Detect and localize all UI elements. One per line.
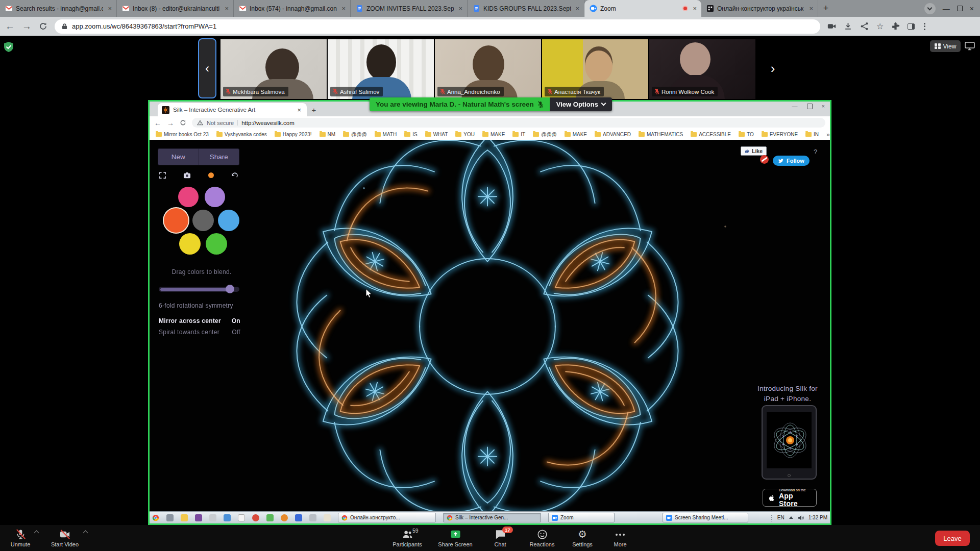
tab-close-icon[interactable]: × <box>223 5 230 12</box>
taskbar-window-button-active[interactable]: Silk – Interactive Gen... <box>443 513 541 522</box>
download-icon[interactable] <box>844 22 852 31</box>
tab-close-icon[interactable]: × <box>296 106 303 114</box>
camera-tab-icon[interactable] <box>827 22 836 31</box>
bookmark-folder[interactable]: Mirror books Oct 23 <box>156 132 209 137</box>
strip-prev-button[interactable]: ‹ <box>198 38 216 98</box>
slider-knob[interactable] <box>226 285 234 293</box>
view-options-button[interactable]: View Options <box>550 97 612 111</box>
participant-video[interactable]: Anna_Andreichenko <box>435 39 541 99</box>
strip-next-button[interactable]: › <box>764 38 782 98</box>
share-icon[interactable] <box>860 22 869 31</box>
folder-icon[interactable] <box>181 514 188 521</box>
bookmark-folder[interactable]: IS <box>404 132 417 137</box>
twitter-follow-button[interactable]: Follow <box>773 156 810 166</box>
side-panel-icon[interactable] <box>908 23 915 30</box>
browser-tab[interactable]: Онлайн-конструктор українськ × <box>701 0 818 17</box>
browser-tab[interactable]: KIDS GROUPS FALL 2023.Septer × <box>468 0 584 17</box>
share-button[interactable]: Share <box>199 148 240 165</box>
bookmark-folder[interactable]: @@@ <box>533 132 556 137</box>
chrome-launcher-icon[interactable] <box>152 514 159 521</box>
extensions-puzzle-icon[interactable] <box>891 22 900 31</box>
chat-button[interactable]: 17 Chat <box>482 527 519 550</box>
app-store-badge[interactable]: Download on the App Store <box>763 489 817 507</box>
color-swatch-purple[interactable] <box>205 187 225 207</box>
tab-close-icon[interactable]: × <box>807 5 815 12</box>
bookmark-folder[interactable]: MATH <box>375 132 397 137</box>
fullscreen-icon[interactable] <box>159 171 166 179</box>
more-button[interactable]: More <box>602 527 638 550</box>
taskbar-icon[interactable] <box>309 514 316 521</box>
color-swatch-pink[interactable] <box>178 187 199 207</box>
reactions-button[interactable]: Reactions <box>522 527 562 550</box>
tab-close-icon[interactable]: × <box>574 5 581 12</box>
color-swatch-gray[interactable] <box>192 210 214 231</box>
symmetry-slider[interactable] <box>159 287 239 292</box>
spiral-toggle[interactable]: Spiral towards center Off <box>159 329 240 336</box>
settings-button[interactable]: ⚙ Settings <box>565 527 600 550</box>
mirror-toggle[interactable]: Mirror across center On <box>159 317 240 324</box>
taskbar-icon[interactable] <box>195 514 202 521</box>
back-button[interactable]: ← <box>154 119 161 127</box>
undo-icon[interactable] <box>231 171 238 179</box>
minimize-button[interactable]: — <box>943 5 950 12</box>
taskbar-icon[interactable] <box>324 514 331 521</box>
bookmark-folder[interactable]: YOU <box>455 132 475 137</box>
bookmark-folder[interactable]: TO <box>739 132 754 137</box>
bookmark-folder[interactable]: @@@ <box>343 132 366 137</box>
tab-close-icon[interactable]: × <box>691 5 698 12</box>
participants-button[interactable]: 59 Participants <box>386 527 429 550</box>
tray-expand-icon[interactable] <box>789 516 793 519</box>
color-swatch-green[interactable] <box>206 233 227 255</box>
facebook-like-button[interactable]: Like <box>741 146 767 156</box>
taskbar-icon[interactable] <box>238 514 245 521</box>
participant-video[interactable]: Анастасія Ткачук <box>542 39 648 99</box>
restore-button[interactable] <box>807 104 813 109</box>
volume-icon[interactable] <box>798 515 804 521</box>
menu-kebab-icon[interactable] <box>922 23 927 30</box>
taskbar-icon[interactable] <box>224 514 231 521</box>
taskbar-icon[interactable] <box>252 514 259 521</box>
taskbar-icon[interactable] <box>166 514 174 521</box>
bookmark-folder[interactable]: WHAT <box>425 132 448 137</box>
color-swatch-blue[interactable] <box>218 210 239 231</box>
forward-button[interactable]: → <box>167 119 174 127</box>
bookmark-folder[interactable]: NM <box>320 132 336 137</box>
taskbar-window-button[interactable]: Zoom <box>548 513 615 522</box>
bookmark-folder[interactable]: EVERYONE <box>762 132 798 137</box>
unmute-button[interactable]: Unmute <box>1 527 40 550</box>
brush-color-indicator[interactable] <box>208 172 214 178</box>
participant-video[interactable]: Mekhbara Salimova <box>220 39 327 99</box>
browser-tab[interactable]: Search results - innagh@gmail.c × <box>0 0 117 17</box>
restore-button[interactable] <box>957 6 963 11</box>
taskbar-window-button[interactable]: Screen Sharing Meeti... <box>663 513 748 522</box>
help-link[interactable]: ? <box>814 148 817 156</box>
reload-button[interactable] <box>180 119 186 126</box>
bookmark-folder[interactable]: MAKE <box>482 132 505 137</box>
new-tab-button[interactable]: + <box>818 0 834 17</box>
participant-video[interactable]: Ashraf Salimov <box>328 39 434 99</box>
tab-close-icon[interactable]: × <box>457 5 464 12</box>
close-button[interactable]: × <box>822 103 825 109</box>
browser-tab-active[interactable]: Zoom × <box>584 0 701 17</box>
bookmarks-overflow-icon[interactable]: » <box>826 131 830 138</box>
view-button[interactable]: View <box>930 40 961 52</box>
color-swatch-yellow[interactable] <box>179 233 201 255</box>
tab-close-icon[interactable]: × <box>106 5 113 12</box>
reload-button[interactable] <box>39 22 47 31</box>
back-button[interactable]: ← <box>5 21 15 31</box>
silk-canvas[interactable]: New Share Drag c <box>150 140 830 511</box>
tab-search-icon[interactable] <box>924 3 936 14</box>
browser-tab[interactable]: Inbox (8) - editor@ukrainianculti × <box>117 0 234 17</box>
new-tab-button[interactable]: + <box>307 103 321 116</box>
taskbar-icon[interactable] <box>266 514 274 521</box>
bookmark-folder[interactable]: Vyshyvanka codes <box>216 132 267 137</box>
bookmark-folder[interactable]: ACCESSIBLE <box>691 132 731 137</box>
browser-tab[interactable]: Inbox (574) - innagh@gmail.con × <box>234 0 351 17</box>
camera-icon[interactable] <box>183 171 191 179</box>
participant-video[interactable]: Ronni Wolkow Cook <box>649 39 755 99</box>
color-swatch-orange-selected[interactable] <box>164 208 188 233</box>
taskbar-icon[interactable] <box>209 514 216 521</box>
tab-close-icon[interactable]: × <box>340 5 347 12</box>
shared-address-bar[interactable]: Not secure http://weavesilk.com <box>192 118 825 128</box>
new-button[interactable]: New <box>158 148 199 165</box>
